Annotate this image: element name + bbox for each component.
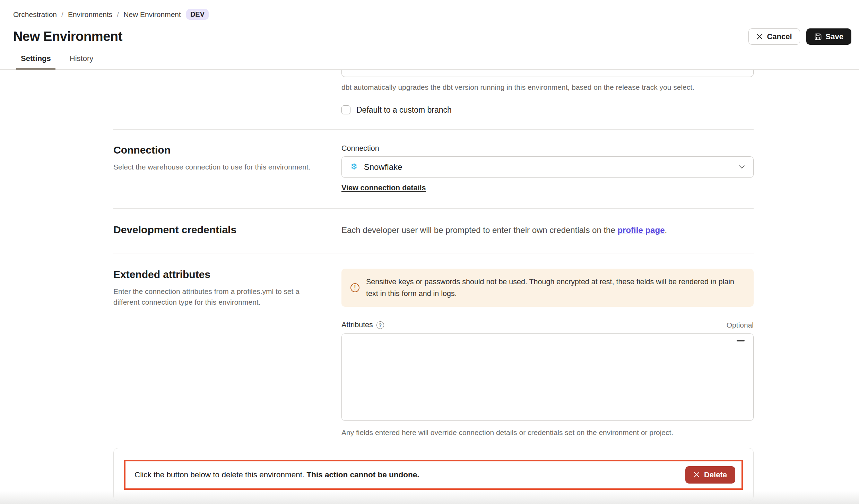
settings-form: dbt automatically upgrades the dbt versi…	[113, 70, 754, 501]
credentials-text-before: Each developer user will be prompted to …	[341, 225, 617, 235]
delete-environment-card: Click the button below to delete this en…	[113, 448, 754, 501]
save-button[interactable]: Save	[806, 28, 851, 45]
attributes-editor-helper: Any fields entered here will override co…	[341, 427, 754, 438]
save-button-label: Save	[826, 32, 843, 41]
delete-button-label: Delete	[704, 470, 727, 479]
extended-attributes-section: Extended attributes Enter the connection…	[113, 253, 754, 438]
title-row: New Environment Cancel Save	[13, 28, 851, 45]
page-title: New Environment	[13, 29, 122, 44]
extended-section-fields: ! Sensitive keys or passwords should not…	[341, 269, 754, 438]
collapse-icon[interactable]	[737, 340, 745, 341]
header-actions: Cancel Save	[748, 28, 851, 45]
chevron-down-icon	[739, 165, 745, 169]
breadcrumb-new-environment[interactable]: New Environment	[123, 10, 181, 19]
attributes-editor[interactable]	[341, 333, 754, 421]
connection-select[interactable]: ❄ Snowflake	[341, 156, 754, 178]
attributes-label-row: Attributes ? Optional	[341, 321, 754, 329]
credentials-section-title: Development credentials	[113, 224, 341, 236]
profile-page-link[interactable]: profile page	[617, 225, 665, 235]
warning-text: Sensitive keys or passwords should not b…	[366, 276, 745, 300]
attributes-label-wrap: Attributes ?	[341, 321, 384, 329]
connection-section-title: Connection	[113, 144, 341, 156]
credentials-section-intro: Development credentials	[113, 224, 341, 236]
cancel-button-label: Cancel	[767, 32, 792, 41]
help-icon[interactable]: ?	[376, 321, 384, 329]
custom-branch-checkbox[interactable]	[341, 105, 350, 114]
breadcrumb: Orchestration / Environments / New Envir…	[13, 9, 851, 20]
delete-button[interactable]: Delete	[685, 466, 735, 484]
breadcrumb-orchestration[interactable]: Orchestration	[13, 10, 57, 19]
view-connection-details-link[interactable]: View connection details	[341, 184, 426, 192]
release-track-block: dbt automatically upgrades the dbt versi…	[341, 70, 754, 129]
credentials-text-after: .	[665, 225, 667, 235]
connection-field-label: Connection	[341, 144, 754, 153]
extended-section-title: Extended attributes	[113, 269, 341, 280]
page-header: Orchestration / Environments / New Envir…	[0, 0, 859, 70]
breadcrumb-environments[interactable]: Environments	[68, 10, 112, 19]
attributes-field-label: Attributes	[341, 321, 373, 329]
extended-section-intro: Extended attributes Enter the connection…	[113, 269, 341, 438]
tab-bar: Settings History	[13, 54, 851, 70]
connection-section: Connection Select the warehouse connecti…	[113, 130, 754, 208]
new-environment-page: Orchestration / Environments / New Envir…	[0, 0, 859, 504]
save-icon	[814, 33, 822, 41]
delete-text-bold: This action cannot be undone.	[307, 470, 419, 479]
cancel-button[interactable]: Cancel	[748, 28, 800, 45]
custom-branch-checkbox-row[interactable]: Default to a custom branch	[341, 105, 754, 115]
delete-text-normal: Click the button below to delete this en…	[135, 470, 307, 479]
close-icon	[694, 472, 700, 478]
delete-warning-text: Click the button below to delete this en…	[135, 470, 419, 479]
breadcrumb-separator: /	[61, 10, 63, 19]
breadcrumb-separator: /	[117, 10, 119, 19]
connection-section-description: Select the warehouse connection to use f…	[113, 162, 321, 173]
release-track-select-partial[interactable]	[341, 70, 754, 77]
optional-badge: Optional	[727, 321, 754, 329]
delete-highlight-box: Click the button below to delete this en…	[124, 460, 743, 490]
connection-section-intro: Connection Select the warehouse connecti…	[113, 144, 341, 192]
development-credentials-section: Development credentials Each developer u…	[113, 209, 754, 253]
close-icon	[756, 33, 763, 40]
tab-history[interactable]: History	[65, 54, 98, 70]
connection-section-fields: Connection ❄ Snowflake View connection d…	[341, 144, 754, 192]
credentials-section-text: Each developer user will be prompted to …	[341, 224, 754, 236]
connection-selected-value: Snowflake	[364, 162, 402, 172]
tab-settings[interactable]: Settings	[16, 54, 55, 70]
warning-icon: !	[350, 283, 359, 292]
snowflake-icon: ❄	[350, 162, 358, 172]
sensitive-keys-warning-banner: ! Sensitive keys or passwords should not…	[341, 269, 754, 307]
extended-section-description: Enter the connection attributes from a p…	[113, 286, 321, 308]
environment-type-badge: DEV	[186, 9, 209, 20]
release-track-helper: dbt automatically upgrades the dbt versi…	[341, 82, 754, 93]
custom-branch-label: Default to a custom branch	[356, 105, 452, 115]
